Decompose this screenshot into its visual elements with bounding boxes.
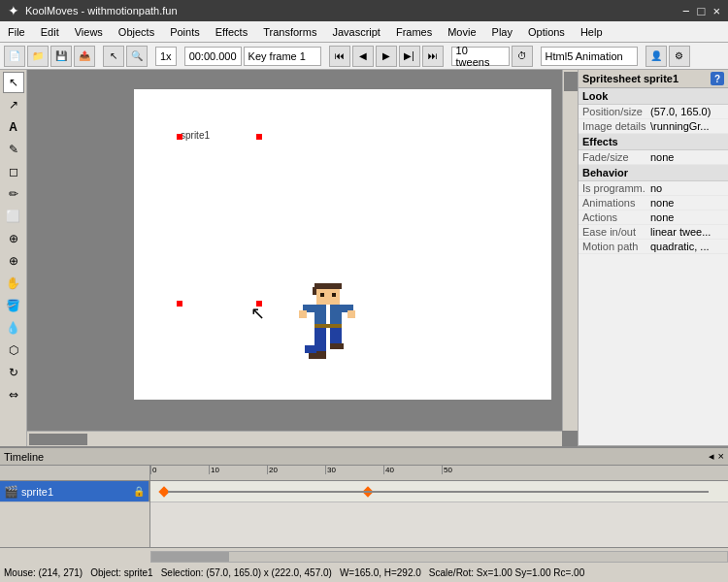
props-row-fade: Fade/size none	[579, 150, 728, 165]
minimize-btn[interactable]: −	[682, 4, 690, 18]
timeline-labels: 🎬 sprite1 🔒	[0, 466, 150, 547]
menu-objects[interactable]: Objects	[111, 21, 162, 42]
timeline-track-line	[168, 491, 709, 493]
menu-play[interactable]: Play	[484, 21, 520, 42]
props-section-effects: Effects	[579, 134, 728, 150]
tool-text[interactable]: A	[3, 116, 24, 138]
toolbar-tweens: 10 tweens	[451, 47, 510, 66]
toolbar: 📄 📁 💾 📤 ↖ 🔍 1x 00:00.000 Key frame 1 ⏮ ◀…	[0, 43, 728, 70]
timeline-body: 🎬 sprite1 🔒 0 10 20 30 40 50	[0, 466, 728, 547]
props-row-motionpath: Motion path quadratic, ...	[579, 240, 728, 254]
menu-options[interactable]: Options	[520, 21, 573, 42]
svg-rect-1	[314, 283, 342, 289]
cursor-arrow: ↖	[250, 303, 265, 324]
timeline-layer-row: 🎬 sprite1 🔒	[0, 481, 149, 502]
menu-edit[interactable]: Edit	[33, 21, 67, 42]
tool-hand[interactable]: ✋	[3, 273, 24, 294]
canvas-scroll-vertical[interactable]	[562, 70, 578, 431]
toolbar-save[interactable]: 💾	[50, 46, 72, 67]
props-label-animations: Animations	[582, 197, 650, 209]
tool-node[interactable]: ⬡	[3, 340, 24, 361]
menu-views[interactable]: Views	[67, 21, 111, 42]
props-section-behavior: Behavior	[579, 165, 728, 181]
status-scale: Scale/Rot: Sx=1.00 Sy=1.00 Rc=.00	[429, 567, 584, 578]
props-val-motionpath: quadratic, ...	[650, 241, 710, 252]
layer-icon: 🎬	[4, 485, 18, 499]
ruler-tick-30: 30	[325, 466, 336, 474]
toolbar-prev-frame[interactable]: ◀	[352, 46, 374, 67]
toolbar-export[interactable]: 📤	[74, 46, 95, 67]
scroll-h-thumb[interactable]	[29, 434, 87, 445]
ruler-tick-20: 20	[267, 466, 278, 474]
tool-eraser[interactable]: ⬜	[3, 206, 24, 227]
tool-pencil[interactable]: ✏	[3, 183, 24, 205]
tool-fill[interactable]: 🪣	[3, 295, 24, 316]
menu-transforms[interactable]: Transforms	[255, 21, 324, 42]
toolbar-play[interactable]: ▶	[376, 46, 397, 67]
toolbar-scale-factor: 1x	[155, 47, 177, 66]
tool-rotate[interactable]: ↻	[3, 362, 24, 383]
toolbar-frame-label: Key frame 1	[244, 47, 321, 66]
tool-shape[interactable]: ◻	[3, 161, 24, 182]
toolbar-next-frame[interactable]: ▶|	[399, 46, 420, 67]
timeline-label-sprite1[interactable]: 🎬 sprite1 🔒	[0, 481, 149, 501]
tool-zoom[interactable]: ⊕	[3, 250, 24, 272]
menu-points[interactable]: Points	[162, 21, 208, 42]
props-label-position: Position/size	[582, 106, 650, 117]
timeline-close-btn[interactable]: ×	[718, 450, 724, 463]
svg-rect-15	[330, 343, 344, 349]
tool-mirror[interactable]: ⇔	[3, 384, 24, 405]
statusbar: Mouse: (214, 271) Object: sprite1 Select…	[0, 563, 728, 582]
props-label-actions: Actions	[582, 211, 650, 223]
toolbar-end[interactable]: ⏭	[422, 46, 444, 67]
toolbar-rewind[interactable]: ⏮	[329, 46, 350, 67]
main-area: ↖ ↗ A ✎ ◻ ✏ ⬜ ⊕ ⊕ ✋ 🪣 💧 ⬡ ↻ ⇔ sprite1	[0, 70, 728, 446]
tool-transform[interactable]: ⊕	[3, 228, 24, 249]
timeline-collapse-btn[interactable]: ◂	[709, 450, 714, 463]
canvas-area[interactable]: sprite1	[27, 70, 578, 446]
svg-rect-3	[320, 293, 324, 297]
menu-frames[interactable]: Frames	[388, 21, 440, 42]
tool-select-arrow[interactable]: ↖	[3, 72, 24, 93]
toolbar-avatar[interactable]: 👤	[645, 46, 667, 67]
toolbar-open[interactable]: 📁	[27, 46, 49, 67]
timeline-scroll[interactable]	[0, 547, 728, 565]
tool-pen[interactable]: ✎	[3, 139, 24, 160]
menu-effects[interactable]: Effects	[208, 21, 255, 42]
canvas-scroll-horizontal[interactable]	[27, 431, 562, 446]
menu-help[interactable]: Help	[573, 21, 611, 42]
toolbar-animation-mode[interactable]: Html5 Animation	[541, 47, 638, 66]
timeline-scroll-thumb[interactable]	[151, 552, 229, 562]
timeline-scrollbar[interactable]	[150, 551, 728, 563]
titlebar: ✦ KoolMoves - withmotionpath.fun − □ ×	[0, 0, 728, 21]
menu-file[interactable]: File	[0, 21, 33, 42]
scroll-v-thumb[interactable]	[564, 72, 578, 91]
timeline-track-sprite1[interactable]	[150, 481, 728, 501]
titlebar-left: ✦ KoolMoves - withmotionpath.fun	[8, 3, 178, 18]
toolbar-cursor[interactable]: ↖	[103, 46, 124, 67]
props-row-actions: Actions none	[579, 210, 728, 225]
tool-select-direct[interactable]: ↗	[3, 94, 24, 115]
toolbar-settings[interactable]: ⚙	[669, 46, 690, 67]
menu-javascript[interactable]: Javascript	[324, 21, 388, 42]
props-header: Spritesheet sprite1 ?	[579, 70, 728, 88]
props-help-btn[interactable]: ?	[711, 72, 724, 85]
props-row-ease: Ease in/out linear twee...	[579, 225, 728, 240]
svg-rect-11	[314, 324, 342, 328]
maximize-btn[interactable]: □	[698, 4, 706, 18]
toolbar-clock[interactable]: ⏱	[512, 46, 533, 67]
svg-rect-16	[305, 345, 316, 353]
titlebar-controls[interactable]: − □ ×	[682, 4, 720, 18]
tool-eyedrop[interactable]: 💧	[3, 317, 24, 339]
sprite-label: sprite1	[181, 130, 210, 141]
timeline-ruler-spacer	[0, 466, 149, 481]
menu-movie[interactable]: Movie	[440, 21, 483, 42]
layer-lock-icon[interactable]: 🔒	[133, 486, 145, 497]
toolbar-new[interactable]: 📄	[4, 46, 25, 67]
svg-rect-13	[330, 328, 342, 345]
timeline-track-row	[150, 481, 728, 502]
props-label-motionpath: Motion path	[582, 241, 650, 252]
close-btn[interactable]: ×	[712, 4, 720, 18]
toolbar-zoom[interactable]: 🔍	[126, 46, 148, 67]
status-selection: Selection: (57.0, 165.0) x (222.0, 457.0…	[161, 567, 332, 578]
